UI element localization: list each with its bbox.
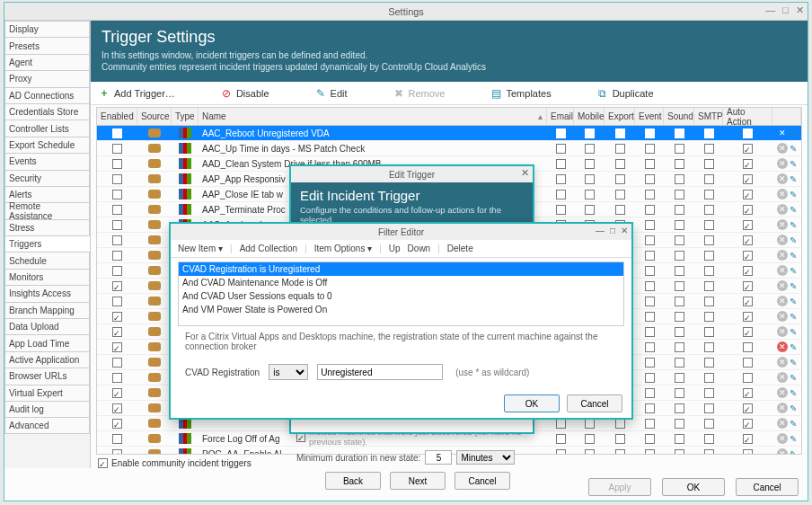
sound-checkbox[interactable]: [675, 190, 684, 199]
sound-checkbox[interactable]: [675, 205, 684, 215]
event-checkbox[interactable]: [645, 388, 655, 398]
enabled-checkbox[interactable]: [112, 128, 122, 138]
auto-action-checkbox[interactable]: [743, 312, 753, 322]
close-icon[interactable]: ✕: [621, 226, 628, 235]
sound-checkbox[interactable]: [675, 358, 684, 368]
sidebar-item-credentials-store[interactable]: Credentials Store: [4, 103, 90, 120]
event-checkbox[interactable]: [645, 266, 655, 276]
edit-row-icon[interactable]: ✎: [790, 434, 797, 444]
close-icon[interactable]: ✕: [521, 167, 529, 179]
minimize-icon[interactable]: —: [765, 4, 775, 16]
edit-row-icon[interactable]: ✎: [790, 144, 797, 154]
event-checkbox[interactable]: [645, 220, 655, 230]
smtp-checkbox[interactable]: [704, 128, 714, 138]
sound-checkbox[interactable]: [675, 327, 684, 337]
auto-action-checkbox[interactable]: [743, 235, 753, 245]
sound-checkbox[interactable]: [675, 388, 684, 398]
event-checkbox[interactable]: [645, 251, 655, 261]
email-checkbox[interactable]: [556, 205, 566, 215]
sidebar-item-events[interactable]: Events: [4, 153, 90, 169]
enabled-checkbox[interactable]: [112, 327, 122, 337]
auto-action-checkbox[interactable]: [743, 266, 753, 276]
mobile-checkbox[interactable]: [585, 144, 595, 154]
delete-row-icon[interactable]: ✕: [777, 296, 788, 306]
smtp-checkbox[interactable]: [704, 281, 714, 291]
delete-row-icon[interactable]: ✕: [777, 403, 788, 413]
event-checkbox[interactable]: [645, 297, 655, 306]
enabled-checkbox[interactable]: [112, 281, 122, 291]
mobile-checkbox[interactable]: [585, 449, 595, 456]
event-checkbox[interactable]: [645, 190, 655, 199]
cancel-button[interactable]: Cancel: [455, 472, 510, 490]
enabled-checkbox[interactable]: [112, 434, 122, 444]
auto-action-checkbox[interactable]: [743, 174, 753, 184]
auto-action-checkbox[interactable]: [743, 205, 753, 215]
sound-checkbox[interactable]: [675, 419, 684, 429]
email-checkbox[interactable]: [556, 419, 566, 429]
event-checkbox[interactable]: [645, 281, 655, 291]
mobile-checkbox[interactable]: [585, 434, 595, 444]
enabled-checkbox[interactable]: [112, 403, 122, 413]
auto-action-checkbox[interactable]: [743, 419, 753, 429]
delete-row-icon[interactable]: ✕: [777, 158, 788, 169]
smtp-checkbox[interactable]: [704, 266, 714, 276]
edit-row-icon[interactable]: ✎: [790, 205, 797, 215]
event-checkbox[interactable]: [645, 205, 655, 215]
export-checkbox[interactable]: [615, 144, 625, 154]
edit-row-icon[interactable]: ✎: [790, 266, 797, 276]
smtp-checkbox[interactable]: [704, 388, 714, 398]
sidebar-item-branch-mapping[interactable]: Branch Mapping: [4, 302, 90, 318]
sound-checkbox[interactable]: [675, 235, 684, 245]
delete-row-icon[interactable]: ✕: [777, 204, 788, 215]
sidebar-item-browser-urls[interactable]: Browser URLs: [4, 368, 90, 384]
col-auto-action[interactable]: Auto Action: [723, 108, 772, 125]
col-name[interactable]: Name▴: [199, 108, 547, 125]
edit-row-icon[interactable]: ✎: [790, 312, 797, 322]
enabled-checkbox[interactable]: [112, 297, 122, 306]
auto-action-checkbox[interactable]: [743, 190, 753, 199]
sound-checkbox[interactable]: [675, 144, 684, 154]
back-button[interactable]: Back: [325, 472, 381, 490]
sidebar-item-app-load-time[interactable]: App Load Time: [4, 334, 90, 350]
event-checkbox[interactable]: [645, 235, 655, 245]
event-checkbox[interactable]: [645, 419, 655, 429]
delete-row-icon[interactable]: ✕: [777, 418, 788, 429]
enabled-checkbox[interactable]: [112, 251, 122, 261]
col-sound[interactable]: Sound: [664, 108, 694, 125]
sidebar-item-active-application[interactable]: Active Application: [4, 351, 90, 368]
smtp-checkbox[interactable]: [704, 449, 714, 456]
edit-button[interactable]: ✎ Edit: [314, 87, 348, 100]
export-checkbox[interactable]: [615, 449, 625, 456]
value-input[interactable]: [317, 364, 443, 380]
export-checkbox[interactable]: [615, 190, 625, 199]
sound-checkbox[interactable]: [675, 297, 684, 306]
delete-row-icon[interactable]: ✕: [777, 219, 788, 230]
enabled-checkbox[interactable]: [112, 235, 122, 245]
enabled-checkbox[interactable]: [112, 144, 122, 154]
min-duration-spinner[interactable]: [425, 450, 452, 465]
auto-action-checkbox[interactable]: [743, 388, 753, 398]
event-checkbox[interactable]: [645, 342, 655, 352]
edit-row-icon[interactable]: ✎: [790, 358, 797, 368]
item-options-menu[interactable]: Item Options ▾: [313, 244, 374, 253]
up-button[interactable]: Up: [387, 244, 402, 253]
export-checkbox[interactable]: [615, 419, 625, 429]
edit-row-icon[interactable]: ✎: [790, 297, 797, 306]
maximize-icon[interactable]: □: [782, 4, 789, 16]
smtp-checkbox[interactable]: [704, 297, 714, 306]
smtp-checkbox[interactable]: [704, 190, 714, 199]
mobile-checkbox[interactable]: [585, 174, 595, 184]
enabled-checkbox[interactable]: [112, 388, 122, 398]
apply-button[interactable]: Apply: [588, 478, 651, 496]
sidebar-item-proxy[interactable]: Proxy: [4, 70, 90, 86]
ok-button[interactable]: OK: [662, 478, 725, 496]
edit-row-icon[interactable]: ✎: [790, 449, 797, 456]
delete-row-icon[interactable]: ✕: [777, 250, 788, 261]
smtp-checkbox[interactable]: [704, 235, 714, 245]
sidebar-item-schedule[interactable]: Schedule: [4, 252, 90, 268]
auto-action-checkbox[interactable]: [743, 373, 753, 383]
sidebar-item-audit-log[interactable]: Audit log: [4, 401, 90, 417]
enabled-checkbox[interactable]: [112, 266, 122, 276]
sidebar-item-remote-assistance[interactable]: Remote Assistance: [4, 202, 90, 218]
auto-action-checkbox[interactable]: [743, 403, 753, 413]
